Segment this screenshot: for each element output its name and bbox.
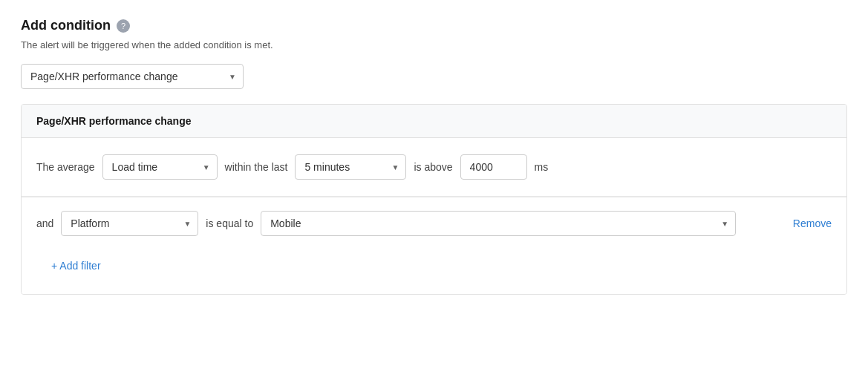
footer-row: + Add filter: [22, 249, 846, 294]
threshold-input[interactable]: [460, 154, 527, 180]
section-header: Page/XHR performance change: [22, 105, 846, 138]
condition-type-select[interactable]: Page/XHR performance change Custom: [21, 64, 244, 89]
label-and: and: [36, 217, 53, 229]
help-icon[interactable]: ?: [117, 19, 130, 33]
filter-row: and Platform Browser Device Country ▼ is…: [22, 197, 846, 249]
section-body: The average Load time Response time Erro…: [22, 138, 846, 294]
unit-label: ms: [535, 161, 549, 173]
add-filter-button[interactable]: + Add filter: [36, 249, 116, 282]
filter-select[interactable]: Platform Browser Device Country: [61, 211, 198, 236]
remove-button[interactable]: Remove: [793, 217, 832, 229]
label-within-the-last: within the last: [225, 161, 288, 173]
value-select[interactable]: Mobile Desktop Tablet: [261, 211, 736, 236]
subtitle: The alert will be triggered when the add…: [21, 39, 847, 50]
main-container: Add condition ? The alert will be trigge…: [0, 0, 868, 312]
condition-type-select-wrapper: Page/XHR performance change Custom ▼: [21, 64, 244, 89]
metric-select[interactable]: Load time Response time Error rate: [102, 154, 218, 180]
title-row: Add condition ?: [21, 18, 847, 33]
time-select[interactable]: 5 minutes 10 minutes 30 minutes 1 hour: [295, 154, 406, 180]
value-select-wrapper: Mobile Desktop Tablet ▼: [261, 211, 736, 236]
section-panel: Page/XHR performance change The average …: [21, 104, 847, 295]
label-is-above: is above: [414, 161, 452, 173]
metric-select-wrapper: Load time Response time Error rate ▼: [102, 154, 218, 180]
label-is-equal-to: is equal to: [206, 217, 253, 229]
page-title: Add condition: [21, 18, 111, 33]
filter-select-wrapper: Platform Browser Device Country ▼: [61, 211, 198, 236]
condition-row-1: The average Load time Response time Erro…: [22, 138, 846, 197]
time-select-wrapper: 5 minutes 10 minutes 30 minutes 1 hour ▼: [295, 154, 406, 180]
label-the-average: The average: [36, 161, 95, 173]
